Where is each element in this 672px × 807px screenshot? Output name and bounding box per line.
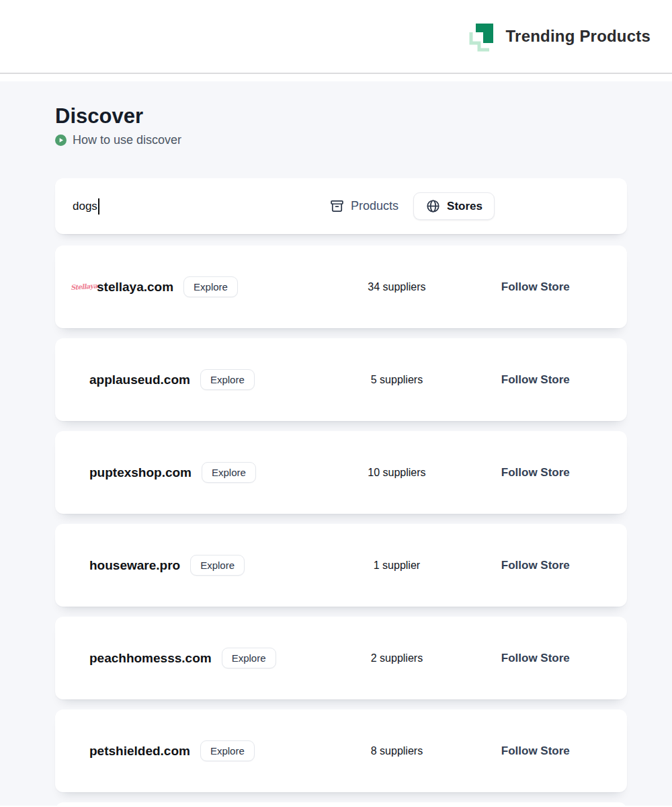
brand-logo-icon bbox=[466, 21, 497, 52]
store-card: houseware.pro Explore 1 supplier Follow … bbox=[55, 524, 627, 607]
store-domain-link[interactable]: houseware.pro bbox=[89, 558, 180, 573]
brand: Trending Products bbox=[466, 21, 650, 52]
store-domain-link[interactable]: applauseud.com bbox=[89, 373, 190, 387]
supplier-count: 8 suppliers bbox=[349, 745, 444, 757]
store-card: peachhomesss.com Explore 2 suppliers Fol… bbox=[55, 617, 627, 699]
text-caret bbox=[98, 198, 99, 215]
explore-button[interactable]: Explore bbox=[222, 648, 276, 668]
store-results-list: Stellaya stellaya.com Explore 34 supplie… bbox=[55, 245, 627, 792]
explore-button[interactable]: Explore bbox=[183, 276, 238, 297]
supplier-count: 34 suppliers bbox=[349, 281, 444, 293]
search-query-text: dogs bbox=[73, 200, 97, 213]
store-domain-link[interactable]: stellaya.com bbox=[97, 280, 173, 295]
search-card: dogs Products bbox=[55, 178, 627, 234]
store-logo: Stellaya bbox=[71, 282, 93, 291]
mode-stores-label: Stores bbox=[447, 200, 482, 213]
archive-box-icon bbox=[329, 198, 345, 214]
store-domain-link[interactable]: puptexshop.com bbox=[89, 465, 192, 480]
header-gap bbox=[0, 74, 672, 81]
supplier-count: 5 suppliers bbox=[349, 374, 444, 386]
mode-products-button[interactable]: Products bbox=[327, 193, 401, 219]
store-domain-link[interactable]: peachhomesss.com bbox=[89, 651, 212, 666]
store-card: petshielded.com Explore 8 suppliers Foll… bbox=[55, 709, 627, 792]
page-title: Discover bbox=[55, 105, 627, 128]
follow-store-button[interactable]: Follow Store bbox=[501, 652, 570, 664]
mode-stores-button[interactable]: Stores bbox=[413, 192, 495, 220]
brand-title: Trending Products bbox=[506, 27, 650, 46]
explore-button[interactable]: Explore bbox=[200, 369, 255, 390]
play-circle-icon bbox=[55, 134, 67, 146]
search-input[interactable]: dogs bbox=[73, 198, 327, 215]
supplier-count: 2 suppliers bbox=[349, 652, 444, 664]
follow-store-button[interactable]: Follow Store bbox=[501, 373, 570, 386]
mode-products-label: Products bbox=[351, 199, 398, 213]
supplier-count: 10 suppliers bbox=[349, 467, 444, 479]
explore-button[interactable]: Explore bbox=[200, 740, 255, 761]
store-card: applauseud.com Explore 5 suppliers Follo… bbox=[55, 338, 627, 421]
globe-icon bbox=[425, 198, 441, 214]
explore-button[interactable]: Explore bbox=[202, 462, 256, 483]
follow-store-button[interactable]: Follow Store bbox=[501, 559, 570, 572]
follow-store-button[interactable]: Follow Store bbox=[501, 744, 570, 757]
follow-store-button[interactable]: Follow Store bbox=[501, 466, 570, 479]
app-header: Trending Products bbox=[0, 0, 672, 74]
follow-store-button[interactable]: Follow Store bbox=[501, 280, 570, 293]
store-card: Stellaya stellaya.com Explore 34 supplie… bbox=[55, 245, 627, 328]
store-card-partial bbox=[55, 802, 627, 807]
store-domain-link[interactable]: petshielded.com bbox=[89, 744, 190, 759]
store-card: puptexshop.com Explore 10 suppliers Foll… bbox=[55, 431, 627, 514]
explore-button[interactable]: Explore bbox=[190, 555, 245, 576]
help-link[interactable]: How to use discover bbox=[55, 133, 627, 147]
supplier-count: 1 supplier bbox=[349, 560, 444, 572]
main-area: Discover How to use discover dogs bbox=[0, 81, 672, 806]
help-link-label: How to use discover bbox=[73, 133, 181, 147]
search-mode-group: Products Stores bbox=[327, 192, 495, 220]
